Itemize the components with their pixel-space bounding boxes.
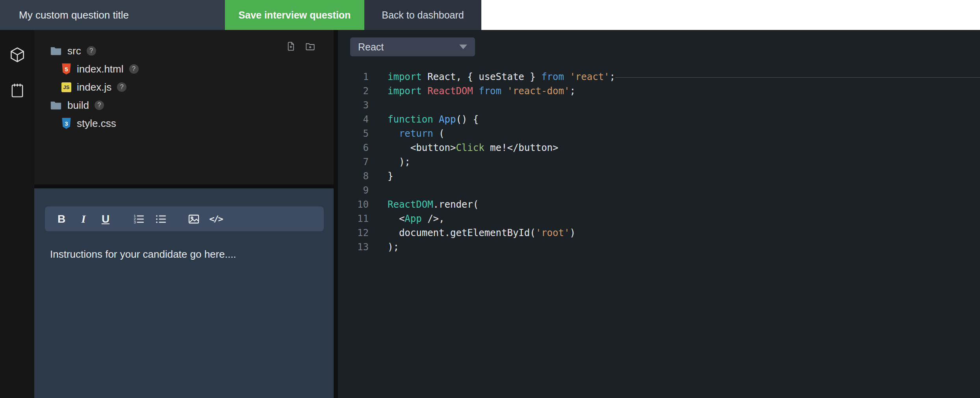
line-number: 12 — [338, 226, 369, 240]
dropdown-arrow-icon — [459, 45, 467, 49]
instructions-placeholder[interactable]: Instructions for your candidate go here.… — [50, 248, 236, 260]
save-question-button[interactable]: Save interview question — [225, 0, 364, 30]
help-badge[interactable]: ? — [95, 100, 104, 110]
bold-icon: B — [58, 213, 65, 225]
code-line-6[interactable]: 6 <button>Click me!</button> — [338, 141, 980, 155]
line-number: 11 — [338, 212, 369, 226]
code-icon: </> — [209, 214, 223, 224]
code-line-11[interactable]: 11 <App />, — [338, 212, 980, 226]
code-text: return ( — [369, 126, 445, 141]
image-button[interactable] — [183, 206, 205, 231]
activity-bar — [0, 30, 34, 398]
active-line-indicator — [615, 77, 980, 78]
code-text: ReactDOM.render( — [369, 197, 479, 212]
help-badge[interactable]: ? — [87, 46, 96, 56]
file-name: build — [67, 99, 89, 112]
file-explorer-panel: src?5index.html?JSindex.js? build?3style… — [34, 30, 334, 184]
code-line-9[interactable]: 9 — [338, 183, 980, 197]
line-number: 10 — [338, 197, 369, 212]
code-line-12[interactable]: 12 document.getElementById('root') — [338, 226, 980, 240]
sandbox-icon[interactable] — [8, 46, 26, 64]
line-number: 6 — [338, 141, 369, 155]
line-number: 5 — [338, 126, 369, 141]
folder-icon — [50, 99, 62, 111]
line-number: 2 — [338, 84, 369, 98]
code-text: function App() { — [369, 112, 479, 126]
code-text — [369, 98, 388, 112]
language-selector-value: React — [358, 41, 384, 53]
tree-item-build[interactable]: build? — [34, 96, 334, 114]
italic-button[interactable]: I — [72, 206, 95, 231]
code-text: } — [369, 169, 393, 183]
code-text: ); — [369, 240, 399, 254]
svg-text:3: 3 — [134, 220, 135, 224]
line-number: 7 — [338, 155, 369, 169]
unordered-list-button[interactable] — [150, 206, 172, 231]
code-editor-panel: React 1import React, { useState } from '… — [338, 30, 980, 398]
underline-icon: U — [102, 213, 110, 225]
line-number: 13 — [338, 240, 369, 254]
html-file-icon: 5 — [61, 63, 71, 74]
question-title-input[interactable]: My custom question title — [0, 0, 225, 30]
code-line-2[interactable]: 2import ReactDOM from 'react-dom'; — [338, 84, 980, 98]
help-badge[interactable]: ? — [129, 64, 139, 74]
code-line-10[interactable]: 10ReactDOM.render( — [338, 197, 980, 212]
line-number: 3 — [338, 98, 369, 112]
css-file-icon: 3 — [61, 118, 71, 129]
language-selector[interactable]: React — [350, 37, 475, 56]
code-line-7[interactable]: 7 ); — [338, 155, 980, 169]
file-name: src — [67, 45, 81, 57]
line-number: 8 — [338, 169, 369, 183]
back-to-dashboard-button[interactable]: Back to dashboard — [364, 0, 481, 30]
explorer-actions — [286, 41, 316, 52]
code-line-13[interactable]: 13); — [338, 240, 980, 254]
topbar: My custom question title Save interview … — [0, 0, 980, 30]
code-text: import React, { useState } from 'react'; — [369, 70, 615, 84]
line-number: 9 — [338, 183, 369, 197]
tree-item-index-html[interactable]: 5index.html? — [34, 60, 334, 78]
folder-icon — [50, 45, 62, 57]
code-button[interactable]: </> — [205, 206, 227, 231]
code-text: import ReactDOM from 'react-dom'; — [369, 84, 575, 98]
tree-item-style-css[interactable]: 3style.css — [34, 114, 334, 132]
instructions-toolbar: BIU 1 2 3 </> — [45, 206, 324, 231]
code-area[interactable]: 1import React, { useState } from 'react'… — [338, 70, 980, 254]
code-line-8[interactable]: 8} — [338, 169, 980, 183]
js-file-icon: JS — [61, 82, 71, 92]
file-name: index.js — [77, 81, 111, 93]
line-number: 4 — [338, 112, 369, 126]
code-text: document.getElementById('root') — [369, 226, 575, 240]
code-text — [369, 183, 388, 197]
code-text: <button>Click me!</button> — [369, 141, 558, 155]
add-directory-icon[interactable] — [305, 41, 316, 52]
file-name: index.html — [77, 63, 124, 75]
code-text: ); — [369, 155, 410, 169]
code-line-1[interactable]: 1import React, { useState } from 'react'… — [338, 70, 980, 84]
code-line-4[interactable]: 4function App() { — [338, 112, 980, 126]
ordered-list-button[interactable]: 1 2 3 — [128, 206, 150, 231]
italic-icon: I — [82, 213, 86, 225]
line-number: 1 — [338, 70, 369, 84]
help-badge[interactable]: ? — [117, 82, 126, 92]
bold-button[interactable]: B — [50, 206, 72, 231]
tree-item-index-js[interactable]: JSindex.js? — [34, 78, 334, 96]
notepad-icon[interactable] — [8, 81, 26, 99]
code-line-5[interactable]: 5 return ( — [338, 126, 980, 141]
code-text: <App />, — [369, 212, 445, 226]
file-name: style.css — [77, 117, 116, 130]
add-file-icon[interactable] — [286, 41, 296, 52]
left-column: src?5index.html?JSindex.js? build?3style… — [34, 30, 338, 398]
underline-button[interactable]: U — [95, 206, 117, 231]
instructions-panel: BIU 1 2 3 </> Instructions for your cand… — [34, 188, 334, 398]
code-line-3[interactable]: 3 — [338, 98, 980, 112]
